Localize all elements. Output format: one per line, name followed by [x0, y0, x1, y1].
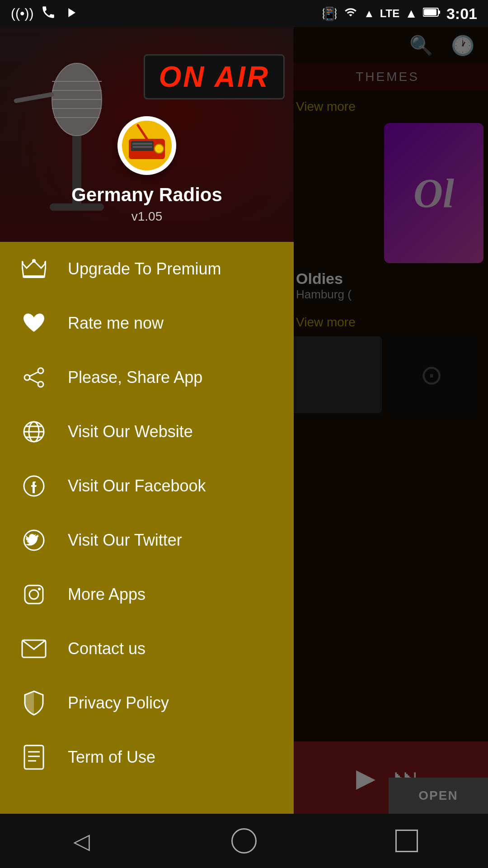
svg-line-28 — [30, 372, 38, 376]
svg-point-27 — [38, 382, 43, 387]
svg-point-18 — [155, 144, 164, 153]
clock: 3:01 — [446, 5, 477, 23]
twitter-label: Visit Our Twitter — [68, 531, 182, 550]
back-button[interactable]: ◁ — [59, 828, 104, 854]
home-button[interactable]: ○ — [221, 828, 267, 854]
mail-icon — [18, 633, 50, 665]
app-logo — [117, 116, 176, 175]
rate-label: Rate me now — [68, 314, 164, 333]
menu-item-rate[interactable]: Rate me now — [0, 296, 294, 350]
svg-rect-17 — [132, 146, 152, 148]
drawer-menu: Upgrade To Premium Rate me now — [0, 242, 294, 868]
svg-rect-16 — [132, 143, 152, 145]
recent-icon: □ — [395, 830, 418, 852]
svg-rect-12 — [14, 92, 54, 103]
share-label: Please, Share App — [68, 368, 202, 387]
vibrate-icon: 📳 — [322, 6, 338, 21]
radio-logo-icon — [122, 121, 172, 170]
recent-button[interactable]: □ — [384, 830, 429, 852]
menu-item-more-apps[interactable]: More Apps — [0, 567, 294, 622]
back-icon: ◁ — [73, 828, 90, 854]
svg-point-38 — [29, 590, 38, 599]
crown-icon — [18, 253, 50, 285]
menu-item-terms[interactable]: Term of Use — [0, 730, 294, 784]
website-label: Visit Our Website — [68, 422, 193, 441]
privacy-label: Privacy Policy — [68, 693, 169, 712]
menu-item-share[interactable]: Please, Share App — [0, 350, 294, 405]
shield-icon — [18, 687, 50, 719]
svg-line-29 — [30, 379, 38, 383]
more-apps-label: More Apps — [68, 585, 145, 604]
svg-rect-2 — [424, 9, 436, 15]
heart-icon — [18, 307, 50, 339]
lte-icon: LTE — [380, 7, 400, 20]
wifi-icon — [343, 6, 358, 22]
app-title: Germany Radios — [71, 184, 222, 206]
globe-icon — [18, 416, 50, 448]
menu-item-website[interactable]: Visit Our Website — [0, 405, 294, 459]
svg-marker-20 — [22, 261, 46, 277]
navigation-bar: ◁ ○ □ — [0, 814, 488, 868]
svg-rect-1 — [438, 10, 440, 14]
battery-icon — [423, 6, 441, 21]
menu-item-upgrade[interactable]: Upgrade To Premium — [0, 242, 294, 296]
svg-point-26 — [24, 375, 30, 380]
radio-waves-icon: ((•)) — [11, 6, 33, 21]
facebook-icon — [18, 470, 50, 502]
menu-item-privacy[interactable]: Privacy Policy — [0, 676, 294, 730]
phone-icon — [41, 5, 56, 23]
svg-point-39 — [38, 588, 41, 590]
play-store-icon — [63, 5, 79, 22]
navigation-drawer: ON AIR Germany R — [0, 27, 294, 868]
twitter-icon — [18, 524, 50, 556]
app-version: v1.05 — [131, 209, 163, 224]
facebook-label: Visit Our Facebook — [68, 476, 206, 495]
on-air-text: ON AIR — [159, 61, 270, 93]
instagram-icon — [18, 579, 50, 610]
home-icon: ○ — [231, 828, 257, 854]
status-icons-left: ((•)) — [11, 5, 79, 23]
status-bar: ((•)) 📳 ▲ LTE ▲ 3:01 — [0, 0, 488, 27]
contact-label: Contact us — [68, 639, 145, 658]
status-icons-right: 📳 ▲ LTE ▲ 3:01 — [322, 5, 477, 23]
svg-rect-24 — [23, 275, 44, 278]
menu-item-twitter[interactable]: Visit Our Twitter — [0, 513, 294, 567]
upgrade-label: Upgrade To Premium — [68, 259, 221, 278]
svg-point-25 — [38, 368, 43, 373]
list-document-icon — [18, 741, 50, 773]
terms-label: Term of Use — [68, 748, 155, 767]
svg-point-22 — [32, 259, 36, 263]
share-icon — [18, 362, 50, 393]
svg-rect-41 — [24, 745, 43, 769]
signal-icon: ▲ — [364, 7, 375, 20]
on-air-sign: ON AIR — [144, 54, 285, 99]
drawer-header: ON AIR Germany R — [0, 27, 294, 242]
drawer-overlay[interactable] — [287, 27, 488, 868]
menu-item-facebook[interactable]: Visit Our Facebook — [0, 459, 294, 513]
menu-item-contact[interactable]: Contact us — [0, 622, 294, 676]
signal-bars-icon: ▲ — [405, 6, 418, 21]
